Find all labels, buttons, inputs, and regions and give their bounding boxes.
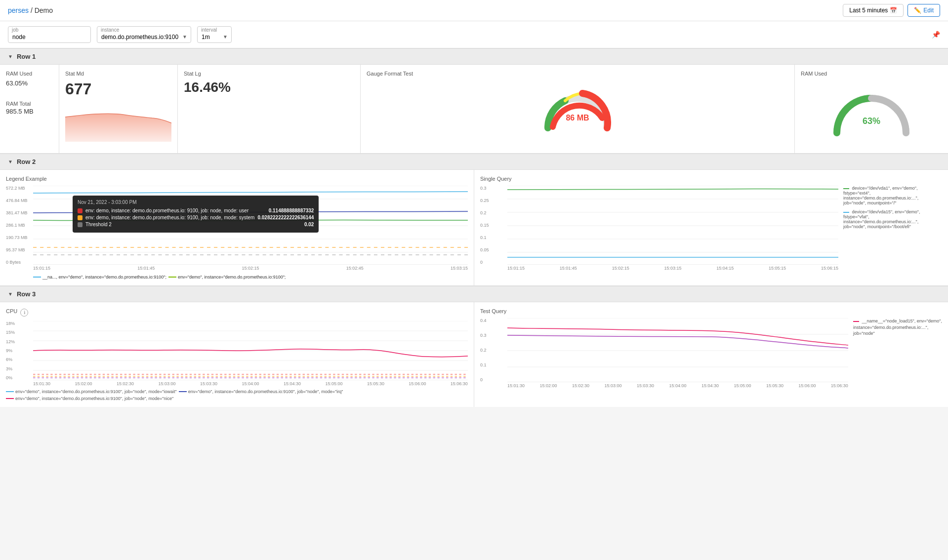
breadcrumb-demo: Demo (35, 6, 53, 14)
info-icon[interactable]: ℹ (20, 309, 28, 317)
test-query-legend: __name__="node_load15", env="demo", inst… (853, 318, 942, 339)
legend-color-1 (33, 277, 41, 278)
row3-header[interactable]: ▼ Row 3 (0, 286, 948, 302)
test-query-chart: 0.4 0.3 0.2 0.1 0 (480, 318, 942, 382)
tooltip-label-1: env: demo, instance: demo.do.prometheus.… (85, 208, 266, 213)
test-query-xaxis: 15:01:30 15:02:00 15:02:30 15:03:00 15:0… (480, 383, 942, 388)
tooltip-row-2: env: demo, instance: demo.do.prometheus.… (78, 215, 314, 220)
interval-filter: interval 1m5m15m1h ▼ (197, 26, 232, 43)
cpu-legend-color-2 (179, 391, 187, 392)
cpu-xaxis: 15:01:30 15:02:00 15:02:30 15:03:00 15:0… (6, 381, 468, 386)
cpu-legend-3: env="demo", instance="demo.do.prometheus… (6, 396, 173, 401)
ram-used-title: RAM Used (6, 71, 53, 77)
stat-md-title: Stat Md (65, 71, 171, 77)
legend-example-yaxis: 572.2 MB 476.84 MB 381.47 MB 286.1 MB 19… (6, 186, 33, 265)
sq-legend-1: device="/dev/vda1", env="demo", fstype="… (843, 186, 942, 205)
y-label: 0 Bytes (6, 260, 33, 265)
tooltip-label-3: Threshold 2 (85, 222, 301, 227)
instance-label: instance (101, 27, 119, 33)
y-label: 572.2 MB (6, 186, 33, 191)
row3-title: Row 3 (17, 290, 36, 298)
chart-tooltip: Nov 21, 2022 - 3:03:00 PM env: demo, ins… (73, 196, 319, 233)
cpu-legend-1: env="demo", instance="demo.do.prometheus… (6, 389, 177, 394)
row1-content: RAM Used 63.05% RAM Total 985.5 MB Stat … (0, 65, 948, 154)
sq-legend-color-2 (843, 212, 849, 213)
tooltip-dot-1 (78, 208, 82, 213)
stat-md-sparkline (65, 102, 171, 142)
gauge-format-chart: 86 MB (367, 80, 788, 137)
row1-header[interactable]: ▼ Row 1 (0, 48, 948, 65)
ram-used-gauge-chart: 63% (801, 80, 942, 142)
y-label: 95.37 MB (6, 247, 33, 252)
row3-content: CPU ℹ 18% 15% 12% 9% 6% 3% 0% (0, 302, 948, 407)
cpu-yaxis: 18% 15% 12% 9% 6% 3% 0% (6, 321, 33, 380)
svg-text:63%: 63% (863, 116, 880, 126)
tooltip-dot-3 (78, 222, 82, 227)
tooltip-row-3: Threshold 2 0.02 (78, 222, 314, 227)
job-label: job (12, 27, 18, 33)
dashboard: ▼ Row 1 RAM Used 63.05% RAM Total 985.5 … (0, 48, 948, 407)
test-query-panel: Test Query 0.4 0.3 0.2 0.1 0 (474, 302, 948, 407)
cpu-legend-color-3 (6, 398, 14, 399)
tooltip-label-2: env: demo, instance: demo.do.prometheus.… (85, 215, 254, 220)
legend-item-2: env="demo", instance="demo.do.prometheus… (168, 275, 286, 280)
cpu-legend-color-1 (6, 391, 14, 392)
time-range-label: Last 5 minutes (849, 7, 888, 14)
y-label: 476.84 MB (6, 198, 33, 203)
stat-lg-value: 16.46% (184, 80, 354, 95)
tooltip-dot-2 (78, 215, 82, 220)
row3-chevron-icon: ▼ (8, 291, 13, 297)
ram-used-gauge-panel: RAM Used 63% (795, 65, 948, 153)
single-query-legend: device="/dev/vda1", env="demo", fstype="… (843, 186, 942, 231)
interval-label: interval (201, 27, 217, 33)
tooltip-val-1: 0.114888888887332 (269, 208, 314, 213)
stat-md-value: 677 (65, 80, 171, 98)
y-label: 381.47 MB (6, 210, 33, 215)
test-query-svg (507, 318, 848, 382)
tq-legend-1: __name__="node_load15", env="demo", inst… (853, 318, 942, 337)
breadcrumb-perses[interactable]: perses (8, 6, 29, 14)
ram-total-value: 985.5 MB (6, 108, 53, 115)
ram-used-stat-panel: RAM Used 63.05% RAM Total 985.5 MB (0, 65, 59, 153)
single-query-chart: 0.3 0.25 0.2 0.15 0.1 0.05 0 (480, 186, 942, 265)
job-input[interactable] (8, 26, 91, 43)
svg-text:86 MB: 86 MB (566, 114, 589, 122)
pencil-icon: ✏️ (914, 7, 921, 14)
ram-used-value: 63.05% (6, 80, 53, 87)
row2-title: Row 2 (17, 158, 36, 165)
edit-label: Edit (923, 7, 934, 14)
legend-label-2: env="demo", instance="demo.do.prometheus… (178, 275, 286, 280)
legend-example-chart: 572.2 MB 476.84 MB 381.47 MB 286.1 MB 19… (6, 186, 468, 265)
edit-button[interactable]: ✏️ Edit (907, 4, 940, 17)
legend-example-legend: __na..., env="demo", instance="demo.do.p… (6, 275, 468, 280)
sq-legend-2: device="/dev/vda15", env="demo", fstype=… (843, 209, 942, 229)
job-filter: job (8, 26, 91, 43)
cpu-chart: 18% 15% 12% 9% 6% 3% 0% (6, 321, 468, 380)
row1-title: Row 1 (17, 53, 36, 60)
gauge-format-title: Gauge Format Test (367, 71, 788, 77)
top-bar: perses / Demo Last 5 minutes 📅 ✏️ Edit (0, 0, 948, 21)
legend-example-svg: Nov 21, 2022 - 3:03:00 PM env: demo, ins… (33, 186, 468, 265)
sq-legend-label-1: device="/dev/vda1", env="demo", fstype="… (843, 186, 918, 205)
legend-item-1: __na..., env="demo", instance="demo.do.p… (33, 275, 166, 280)
time-range-button[interactable]: Last 5 minutes 📅 (843, 4, 904, 17)
test-query-yaxis: 0.4 0.3 0.2 0.1 0 (480, 318, 507, 382)
tooltip-time: Nov 21, 2022 - 3:03:00 PM (78, 200, 314, 205)
cpu-legend: env="demo", instance="demo.do.prometheus… (6, 389, 468, 401)
tq-legend-label-1: __name__="node_load15", env="demo", inst… (853, 319, 942, 336)
breadcrumb-sep: / (31, 6, 35, 14)
single-query-panel: Single Query 0.3 0.25 0.2 0.15 0.1 0.05 … (474, 170, 948, 285)
stat-md-panel: Stat Md 677 (59, 65, 178, 153)
legend-example-xaxis: 15:01:15 15:01:45 15:02:15 15:02:45 15:0… (6, 266, 468, 271)
single-query-yaxis: 0.3 0.25 0.2 0.15 0.1 0.05 0 (480, 186, 507, 265)
calendar-icon: 📅 (890, 7, 897, 14)
cpu-title: CPU (6, 308, 17, 314)
pin-icon[interactable]: 📌 (932, 31, 940, 39)
filters-bar: job instance demo.do.prometheus.io:9100 … (0, 21, 948, 48)
row2-header[interactable]: ▼ Row 2 (0, 154, 948, 170)
tooltip-val-3: 0.02 (304, 222, 314, 227)
breadcrumb: perses / Demo (8, 6, 53, 14)
test-query-title: Test Query (480, 308, 942, 314)
stat-lg-panel: Stat Lg 16.46% (178, 65, 361, 153)
ram-total-title: RAM Total (6, 101, 53, 107)
